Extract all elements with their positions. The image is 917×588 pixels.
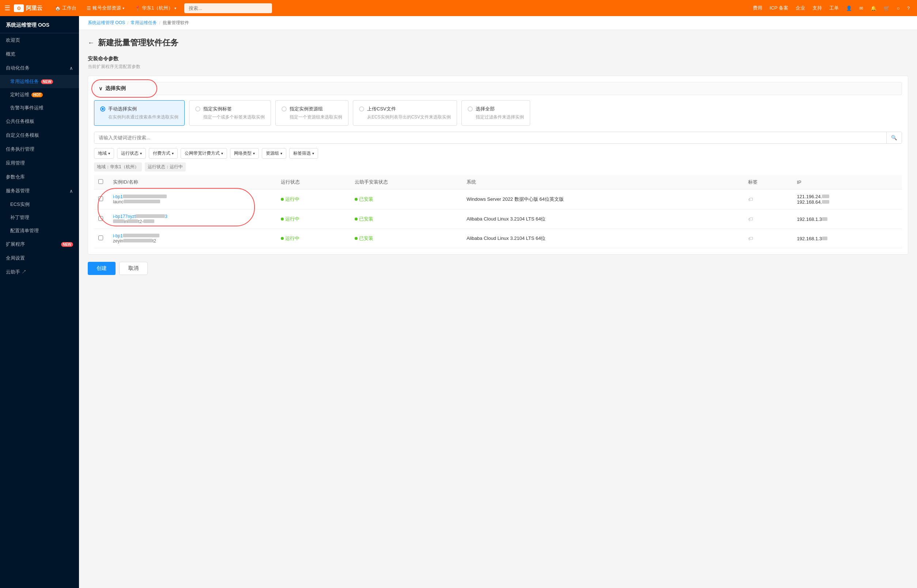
row3-status: 运行中 <box>281 235 346 242</box>
sidebar-item-param-store[interactable]: 参数仓库 <box>0 170 79 184</box>
filter-region[interactable]: 地域 ▾ <box>94 148 114 159</box>
sidebar-item-inventory[interactable]: 配置清单管理 <box>0 224 79 237</box>
nav-right: 费用 ICP 备案 企业 支持 工单 👤 ✉ 🔔 🛒 ○ ? <box>750 0 913 16</box>
row1-checkbox[interactable] <box>98 196 103 201</box>
hamburger-icon[interactable]: ☰ <box>4 4 10 12</box>
nav-support[interactable]: 支持 <box>809 0 825 16</box>
row2-private-ip: 192.168.1.3 <box>797 216 898 222</box>
filter-resource-group[interactable]: 资源组 ▾ <box>262 148 286 159</box>
instance-type-resource-group[interactable]: 指定实例资源组 指定一个资源组来选取实例 <box>275 100 349 126</box>
card-csv-title: 上传CSV文件 <box>367 106 451 112</box>
sidebar-item-alert-ops[interactable]: 告警与事件运维 <box>0 101 79 115</box>
nav-cart-icon[interactable]: 🛒 <box>881 0 893 16</box>
instance-type-manual[interactable]: 手动选择实例 在实例列表通过搜索条件来选取实例 <box>94 100 185 126</box>
nav-email-icon[interactable]: ✉ <box>856 0 866 16</box>
sidebar-item-app-mgmt[interactable]: 应用管理 <box>0 156 79 170</box>
search-input[interactable] <box>184 3 272 13</box>
row1-status-cell: 运行中 <box>276 189 350 210</box>
cancel-button[interactable]: 取消 <box>119 262 148 275</box>
instance-type-csv[interactable]: 上传CSV文件 从ECS实例列表导出的CSV文件来选取实例 <box>353 100 457 126</box>
filter-bandwidth[interactable]: 公网带宽计费方式 ▾ <box>181 148 227 159</box>
agent-dot-icon3 <box>355 237 358 240</box>
row3-status-cell: 运行中 <box>276 229 350 248</box>
content-area: 系统运维管理 OOS / 常用运维任务 / 批量管理软件 ← 新建批量管理软件任… <box>79 16 917 588</box>
sidebar-item-scheduled-ops[interactable]: 定时运维 HOT <box>0 88 79 101</box>
col-header-os: 系统 <box>462 175 744 189</box>
filter-tags[interactable]: 标签筛选 ▾ <box>289 148 318 159</box>
sidebar-item-task-exec[interactable]: 任务执行管理 <box>0 142 79 156</box>
row2-checkbox[interactable] <box>98 216 103 221</box>
sidebar-item-cloud-assist[interactable]: 云助手 ↗ <box>0 265 79 279</box>
nav-account[interactable]: ☰ 账号全部资源 ▾ <box>82 0 129 16</box>
row2-agent-cell: 已安装 <box>350 210 462 229</box>
row3-os-cell: Alibaba Cloud Linux 3.2104 LTS 64位 <box>462 229 744 248</box>
breadcrumb-current: 批量管理软件 <box>163 20 189 26</box>
sidebar-item-custom-template[interactable]: 自定义任务模板 <box>0 128 79 142</box>
nav-region[interactable]: 📍 华东1（杭州） ▾ <box>129 0 181 16</box>
tag-icon3: 🏷 <box>748 236 753 241</box>
section-install-desc: 当前扩展程序无需配置参数 <box>88 64 908 70</box>
back-arrow-icon[interactable]: ← <box>88 39 94 47</box>
breadcrumb-common-ops[interactable]: 常用运维任务 <box>131 20 157 26</box>
panel-header[interactable]: ∨ 选择实例 <box>94 82 902 95</box>
row2-checkbox-cell <box>94 210 108 229</box>
filter-payment[interactable]: 付费方式 ▾ <box>149 148 178 159</box>
section-install-label: 安装命令参数 <box>88 56 908 62</box>
select-all-checkbox[interactable] <box>98 179 103 184</box>
nav-workbench[interactable]: 🏠 工作台 <box>50 0 82 16</box>
sidebar-item-overview[interactable]: 概览 <box>0 47 79 61</box>
nav-help-icon[interactable]: ? <box>904 0 913 16</box>
filter-network[interactable]: 网络类型 ▾ <box>230 148 259 159</box>
row3-instance-name: zeyint2 <box>113 238 272 244</box>
sidebar-item-common-ops[interactable]: 常用运维任务 NEW <box>0 75 79 88</box>
badge-new-ext: NEW <box>61 242 73 247</box>
row1-id-cell: i-bp1 launc <box>108 189 276 210</box>
sidebar-group-server[interactable]: 服务器管理 ∧ <box>0 184 79 198</box>
sidebar-group-automation[interactable]: 自动化任务 ∧ <box>0 61 79 75</box>
nav-workorder[interactable]: 工单 <box>826 0 842 16</box>
agent-dot-icon <box>355 198 358 201</box>
filter-status[interactable]: 运行状态 ▾ <box>117 148 146 159</box>
row3-instance-id[interactable]: i-bp1 <box>113 233 272 238</box>
page-content: ← 新建批量管理软件任务 安装命令参数 当前扩展程序无需配置参数 ∨ 选择实例 <box>79 30 917 282</box>
status-dot-icon2 <box>281 218 284 221</box>
instance-type-all[interactable]: 选择全部 指定过滤条件来选择实例 <box>462 100 530 126</box>
row1-instance-name: launc <box>113 199 272 204</box>
select-instance-panel: ∨ 选择实例 手动选择实例 在实例列表通过搜索条件来选取实例 <box>88 76 908 255</box>
tag-icon2: 🏷 <box>748 216 753 222</box>
row1-instance-id[interactable]: i-bp1 <box>113 194 272 199</box>
row3-checkbox[interactable] <box>98 236 103 240</box>
instance-type-tag[interactable]: 指定实例标签 指定一个或多个标签来选取实例 <box>189 100 271 126</box>
sidebar-item-welcome[interactable]: 欢迎页 <box>0 33 79 47</box>
nav-icp[interactable]: ICP 备案 <box>767 0 791 16</box>
row2-ip-cell: 192.168.1.3 <box>792 210 902 229</box>
sidebar-item-extensions[interactable]: 扩展程序 NEW <box>0 237 79 251</box>
row1-os-cell: Windows Server 2022 数据中心版 64位英文版 <box>462 189 744 210</box>
agent-dot-icon2 <box>355 218 358 221</box>
card-all-desc: 指定过滤条件来选择实例 <box>476 114 524 120</box>
nav-fee[interactable]: 费用 <box>750 0 765 16</box>
breadcrumb-oos[interactable]: 系统运维管理 OOS <box>88 20 125 26</box>
row2-instance-id[interactable]: i-bp177nyzt3 <box>113 214 272 219</box>
nav-user-icon[interactable]: ○ <box>894 0 903 16</box>
instance-search-input[interactable] <box>94 132 886 143</box>
badge-new: NEW <box>41 79 53 84</box>
nav-bell-icon[interactable]: 🔔 <box>868 0 879 16</box>
col-header-ip: IP <box>792 175 902 189</box>
active-tag-status: 运行状态：运行中 <box>145 162 186 171</box>
badge-hot: HOT <box>31 92 43 97</box>
create-button[interactable]: 创建 <box>88 262 116 275</box>
sidebar-item-public-template[interactable]: 公共任务模板 <box>0 115 79 128</box>
sidebar-item-patch[interactable]: 补丁管理 <box>0 211 79 224</box>
card-resource-group-desc: 指定一个资源组来选取实例 <box>290 114 342 120</box>
sidebar-item-settings[interactable]: 全局设置 <box>0 251 79 265</box>
main-layout: 系统运维管理 OOS 欢迎页 概览 自动化任务 ∧ 常用运维任务 NEW 定时运… <box>0 16 917 588</box>
sidebar-item-ecs[interactable]: ECS实例 <box>0 198 79 211</box>
instance-search-button[interactable]: 🔍 <box>886 132 902 143</box>
filter-row: 地域 ▾ 运行状态 ▾ 付费方式 ▾ 公网带宽计费方式 ▾ 网络类型 ▾ 资源组… <box>94 148 902 159</box>
nav-enterprise[interactable]: 企业 <box>793 0 808 16</box>
card-manual-title: 手动选择实例 <box>108 106 178 112</box>
nav-avatar-icon[interactable]: 👤 <box>843 0 855 16</box>
card-tag-title: 指定实例标签 <box>203 106 265 112</box>
row2-os-cell: Alibaba Cloud Linux 3.2104 LTS 64位 <box>462 210 744 229</box>
